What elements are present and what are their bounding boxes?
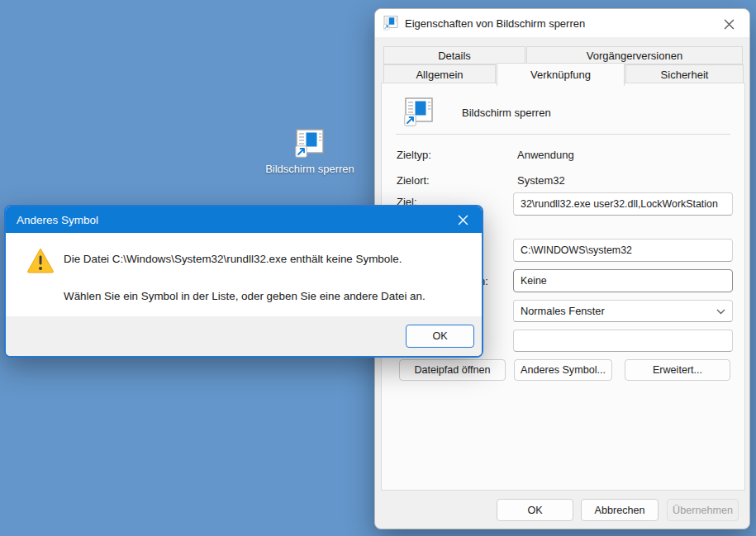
close-icon: [458, 215, 468, 225]
zielort-label: Zielort:: [397, 174, 430, 187]
properties-dialog-title: Eigenschaften von Bildschirm sperren: [405, 17, 585, 30]
properties-close-button[interactable]: [716, 14, 741, 34]
tab-vorgaengerversionen[interactable]: Vorgängerversionen: [526, 46, 743, 64]
anderes-symbol-footer: OK: [6, 316, 482, 356]
properties-titlebar[interactable]: Eigenschaften von Bildschirm sperren: [375, 9, 749, 37]
properties-abbrechen-button[interactable]: Abbrechen: [581, 499, 659, 521]
anderes-symbol-title: Anderes Symbol: [17, 214, 98, 226]
desktop-shortcut-bildschirm-sperren[interactable]: Bildschirm sperren: [252, 127, 368, 175]
anderes-symbol-close-button[interactable]: [450, 210, 475, 230]
properties-ok-button[interactable]: OK: [497, 499, 573, 521]
desktop-shortcut-label: Bildschirm sperren: [252, 163, 368, 175]
anderes-symbol-button[interactable]: Anderes Symbol...: [514, 359, 612, 381]
ziel-input[interactable]: [513, 192, 733, 216]
tastenkombination-input[interactable]: [513, 269, 733, 292]
tab-details[interactable]: Details: [383, 46, 525, 64]
shortcut-name: Bildschirm sperren: [462, 107, 551, 119]
warning-message-line2: Wählen Sie ein Symbol in der Liste, oder…: [64, 290, 426, 302]
zieltyp-value: Anwendung: [517, 149, 574, 161]
app-shortcut-icon: [295, 127, 325, 160]
ausfuehren-in-input[interactable]: [513, 239, 733, 262]
zielort-value: System32: [517, 174, 565, 187]
anderes-symbol-dialog: Anderes Symbol Die Datei C:\Windows\Syst…: [4, 205, 483, 358]
separator: [396, 134, 730, 135]
warning-message-line1: Die Datei C:\Windows\System32\rundll32.e…: [64, 253, 402, 265]
tab-verknuepfung[interactable]: Verknüpfung: [497, 63, 625, 86]
kommentar-input[interactable]: [513, 330, 733, 352]
tab-row-1: Details Vorgängerversionen: [383, 46, 744, 64]
ausfuehren-selected-value: Normales Fenster: [521, 305, 605, 317]
titlebar-app-shortcut-icon: [383, 16, 398, 31]
shortcut-large-icon: [404, 96, 434, 129]
chevron-down-icon: [716, 305, 725, 317]
tab-sicherheit[interactable]: Sicherheit: [625, 64, 744, 84]
erweitert-button[interactable]: Erweitert...: [625, 359, 730, 381]
anderes-symbol-titlebar[interactable]: Anderes Symbol: [6, 206, 482, 233]
tab-allgemein[interactable]: Allgemein: [383, 64, 496, 84]
dateipfad-oeffnen-button[interactable]: Dateipfad öffnen: [399, 359, 506, 381]
anderes-symbol-ok-button[interactable]: OK: [406, 325, 474, 348]
tab-row-2: Allgemein Verknüpfung Sicherheit: [383, 64, 744, 84]
properties-uebernehmen-button-disabled: Übernehmen: [667, 499, 739, 521]
desktop: Bildschirm sperren Eigenschaften von Bil…: [0, 0, 756, 536]
warning-icon: [26, 247, 55, 273]
close-icon: [724, 19, 735, 30]
zieltyp-label: Zieltyp:: [397, 149, 431, 161]
ausfuehren-select[interactable]: Normales Fenster: [513, 300, 733, 322]
anderes-symbol-body: Die Datei C:\Windows\System32\rundll32.e…: [6, 233, 482, 318]
